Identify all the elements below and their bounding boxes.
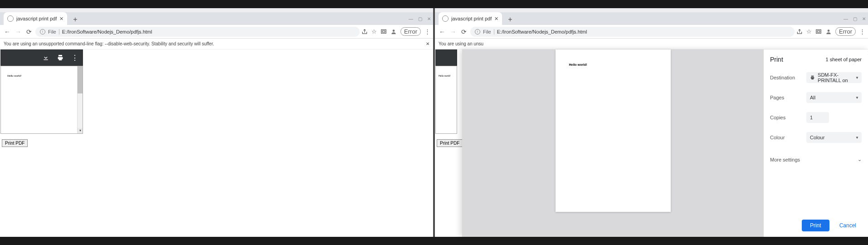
chevron-down-icon: ⌄ xyxy=(858,157,862,162)
print-dialog: Hello world! ✕ Print 1 sheet of paper De… xyxy=(462,49,868,237)
star-icon[interactable]: ☆ xyxy=(806,28,812,35)
preview-sheet: Hello world! xyxy=(556,49,671,212)
download-icon[interactable] xyxy=(42,54,49,61)
tab-title: javascript print pdf xyxy=(451,16,494,21)
url-field[interactable]: i File E:/IronSoftware/Nodejs_Demo/pdfjs… xyxy=(470,27,795,37)
svg-rect-0 xyxy=(381,29,386,33)
print-icon[interactable] xyxy=(57,54,64,61)
svg-rect-3 xyxy=(816,29,821,33)
page-content: Hello world! Print PDF Hello world! ✕ xyxy=(435,49,868,237)
sheet-count: 1 sheet of paper xyxy=(825,57,862,62)
minimize-icon[interactable]: — xyxy=(407,15,415,23)
copies-value: 1 xyxy=(810,115,813,120)
favicon-icon xyxy=(442,15,449,22)
pages-label: Pages xyxy=(770,95,806,100)
devices-icon[interactable] xyxy=(815,29,822,35)
close-window-icon[interactable]: ✕ xyxy=(860,15,868,23)
url-scheme: File xyxy=(48,29,59,34)
scroll-thumb[interactable] xyxy=(78,66,83,93)
close-icon[interactable]: ✕ xyxy=(426,41,429,46)
close-window-icon[interactable]: ✕ xyxy=(425,15,433,23)
forward-icon[interactable]: → xyxy=(449,28,458,35)
more-icon[interactable]: ⋮ xyxy=(71,54,78,62)
url-path: E:/IronSoftware/Nodejs_Demo/pdfjs.html xyxy=(62,29,152,34)
tab-strip: javascript print pdf ✕ + — ▢ ✕ xyxy=(435,12,868,25)
destination-select[interactable]: SDM-FX-PRINTALL on ▼ xyxy=(806,72,862,83)
copies-input[interactable]: 1 xyxy=(806,112,829,123)
svg-rect-4 xyxy=(817,30,820,32)
scroll-down-icon[interactable]: ▾ xyxy=(78,128,83,133)
pdf-viewer: Hello world! xyxy=(435,49,457,134)
page-content: ⋮ Hello world! ▾ Print PDF xyxy=(0,49,433,237)
back-icon[interactable]: ← xyxy=(3,28,12,35)
scrollbar[interactable]: ▾ xyxy=(77,66,83,133)
new-tab-button[interactable]: + xyxy=(505,14,516,25)
print-pdf-button[interactable]: Print PDF xyxy=(2,139,28,147)
print-title: Print xyxy=(770,56,783,63)
url-scheme: File xyxy=(483,29,494,34)
tab-active[interactable]: javascript print pdf ✕ xyxy=(4,12,67,25)
pdf-page: Hello world! xyxy=(436,66,457,133)
browser-window-left: javascript print pdf ✕ + — ▢ ✕ ← → ⟳ i F… xyxy=(0,8,433,237)
reload-icon[interactable]: ⟳ xyxy=(459,28,468,35)
pdf-text: Hello world! xyxy=(439,74,450,77)
maximize-icon[interactable]: ▢ xyxy=(416,15,424,23)
reload-icon[interactable]: ⟳ xyxy=(24,28,34,35)
preview-text: Hello world! xyxy=(569,63,587,66)
colour-label: Colour xyxy=(770,135,806,140)
svg-rect-1 xyxy=(382,30,385,32)
profile-icon[interactable] xyxy=(390,29,397,35)
share-icon[interactable] xyxy=(796,29,803,35)
maximize-icon[interactable]: ▢ xyxy=(851,15,859,23)
info-icon[interactable]: i xyxy=(40,29,45,34)
cancel-button[interactable]: Cancel xyxy=(834,220,862,231)
chevron-down-icon: ▼ xyxy=(855,96,859,100)
star-icon[interactable]: ☆ xyxy=(371,28,377,35)
minimize-icon[interactable]: — xyxy=(842,15,850,23)
colour-select[interactable]: Colour ▼ xyxy=(806,132,862,143)
more-icon[interactable]: ⋮ xyxy=(859,28,865,35)
url-field[interactable]: i File E:/IronSoftware/Nodejs_Demo/pdfjs… xyxy=(35,27,360,37)
pages-value: All xyxy=(810,95,815,100)
copies-label: Copies xyxy=(770,115,806,120)
destination-label: Destination xyxy=(770,75,806,80)
warning-bar: You are using an unsupported command-lin… xyxy=(0,39,433,49)
colour-value: Colour xyxy=(810,135,824,140)
warning-text: You are using an unsu xyxy=(439,41,483,46)
error-chip[interactable]: Error xyxy=(400,27,421,36)
close-icon[interactable]: ✕ xyxy=(59,16,63,22)
svg-point-5 xyxy=(828,29,830,32)
back-icon[interactable]: ← xyxy=(438,28,447,35)
devices-icon[interactable] xyxy=(380,29,387,35)
pdf-viewer: ⋮ Hello world! ▾ xyxy=(0,49,83,134)
printer-icon xyxy=(810,74,815,81)
more-settings-toggle[interactable]: More settings ⌄ xyxy=(770,154,862,165)
new-tab-button[interactable]: + xyxy=(70,14,81,25)
address-bar: ← → ⟳ i File E:/IronSoftware/Nodejs_Demo… xyxy=(435,25,868,39)
print-pdf-button[interactable]: Print PDF xyxy=(437,139,463,147)
chevron-down-icon: ▼ xyxy=(855,136,859,140)
more-settings-label: More settings xyxy=(770,157,800,162)
pdf-text: Hello world! xyxy=(7,74,21,77)
pages-select[interactable]: All ▼ xyxy=(806,92,862,103)
destination-value: SDM-FX-PRINTALL on xyxy=(818,72,858,83)
warning-bar: You are using an unsu xyxy=(435,39,868,49)
tab-title: javascript print pdf xyxy=(16,16,59,21)
favicon-icon xyxy=(7,15,14,22)
address-bar: ← → ⟳ i File E:/IronSoftware/Nodejs_Demo… xyxy=(0,25,433,39)
print-button[interactable]: Print xyxy=(802,220,829,231)
warning-text: You are using an unsupported command-lin… xyxy=(4,41,214,46)
url-path: E:/IronSoftware/Nodejs_Demo/pdfjs.html xyxy=(497,29,587,34)
share-icon[interactable] xyxy=(361,29,368,35)
pdf-page: Hello world! xyxy=(1,66,77,133)
tab-active[interactable]: javascript print pdf ✕ xyxy=(439,12,502,25)
error-chip[interactable]: Error xyxy=(835,27,856,36)
profile-icon[interactable] xyxy=(825,29,832,35)
svg-point-2 xyxy=(393,29,395,32)
pdf-toolbar: ⋮ xyxy=(0,49,83,66)
pdf-toolbar xyxy=(435,49,457,66)
info-icon[interactable]: i xyxy=(475,29,480,34)
forward-icon[interactable]: → xyxy=(14,28,23,35)
more-icon[interactable]: ⋮ xyxy=(424,28,430,35)
close-icon[interactable]: ✕ xyxy=(494,16,498,22)
